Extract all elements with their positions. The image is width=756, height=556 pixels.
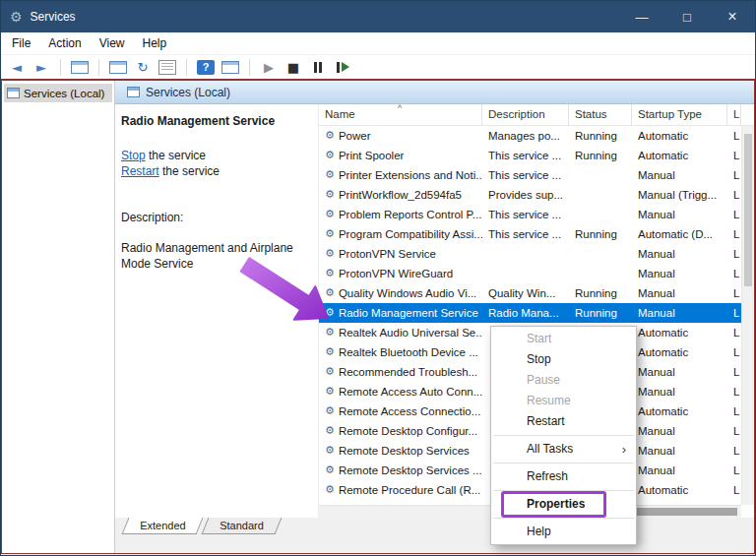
pause-service-button[interactable] [309,58,327,76]
menu-action[interactable]: Action [39,32,90,54]
tab-standard[interactable]: Standard [202,518,283,534]
service-name-cell: ⚙Remote Desktop Services [319,441,482,461]
stop-service-button[interactable]: ■ [284,58,302,76]
service-row[interactable]: ⚙Radio Management ServiceRadio Mana...Ru… [319,303,741,323]
help-button[interactable]: ? [197,60,215,75]
column-header-startup-type[interactable]: Startup Type [632,104,727,125]
properties-button[interactable] [109,61,127,74]
service-row[interactable]: ⚙PrintWorkflow_2d594fa5Provides sup...Ma… [319,185,741,205]
service-name: Printer Extensions and Noti... [339,165,482,185]
console-window-icon [7,88,20,98]
service-gear-icon: ⚙ [325,126,335,146]
context-menu-item-refresh[interactable]: Refresh [491,466,636,487]
service-logon-cell: L [727,205,741,224]
service-name: Radio Management Service [339,303,478,323]
show-console-tree-button[interactable] [71,61,89,74]
service-name-cell: ⚙Radio Management Service [319,303,482,323]
context-menu-item-help[interactable]: Help [491,522,636,542]
services-banner: Services (Local) [115,81,754,104]
restart-service-link[interactable]: Restart [121,164,159,178]
column-header-name[interactable]: Name^ [319,104,482,125]
service-status-cell [569,205,632,224]
service-gear-icon: ⚙ [325,362,335,382]
stop-service-link[interactable]: Stop [121,149,146,162]
service-logon-cell: L [727,146,741,165]
context-menu-item-resume: Resume [491,391,636,411]
service-startup-cell: Manual [632,264,727,283]
stop-service-row: Stop the service [121,148,310,163]
menu-help[interactable]: Help [134,32,176,54]
stop-service-suffix: the service [146,149,206,162]
service-gear-icon: ⚙ [325,146,335,165]
column-header-status[interactable]: Status [569,104,632,125]
restart-service-button[interactable] [334,58,351,76]
service-logon-cell: L [727,441,741,461]
service-status-cell [569,165,632,185]
description-label: Description: [121,211,310,224]
service-description-cell: Provides sup... [482,185,569,205]
tab-extended[interactable]: Extended [122,518,204,534]
refresh-button[interactable]: ↻ [134,58,152,76]
forward-button[interactable]: ► [32,58,50,76]
vertical-scrollbar[interactable] [741,126,754,505]
service-row[interactable]: ⚙Printer Extensions and Noti...This serv… [319,165,741,185]
service-name: Remote Desktop Services ... [339,461,482,480]
service-startup-cell: Manual [632,303,727,323]
context-menu-item-start: Start [491,329,636,349]
banner-title: Services (Local) [146,86,230,99]
service-logon-cell: L [727,402,741,421]
back-button[interactable]: ◄ [8,58,26,76]
tree-item-services-local[interactable]: Services (Local) [4,84,112,102]
service-name: Quality Windows Audio Vi... [339,283,476,303]
service-logon-cell: L [727,165,741,185]
service-name: Program Compatibility Assi... [339,224,482,244]
service-row[interactable]: ⚙Quality Windows Audio Vi...Quality Win.… [319,283,741,303]
service-name: PrintWorkflow_2d594fa5 [339,185,462,205]
context-menu-item-stop[interactable]: Stop [491,349,636,370]
menu-file[interactable]: File [3,32,39,54]
close-button[interactable]: × [710,1,755,32]
main-pane: Services (Local) Radio Management Servic… [115,81,754,553]
service-row[interactable]: ⚙PowerManages po...RunningAutomaticL [319,126,741,146]
service-name-cell: ⚙Print Spooler [319,146,482,165]
service-description-cell: This service ... [482,224,569,244]
service-gear-icon: ⚙ [325,441,335,461]
context-menu-item-all-tasks[interactable]: All Tasks› [491,439,636,460]
toolbar-separator [98,59,99,76]
service-name: Power [339,126,371,146]
column-header-description[interactable]: Description [482,104,569,125]
service-row[interactable]: ⚙Program Compatibility Assi...This servi… [319,224,741,244]
service-name: ProtonVPN WireGuard [339,264,453,283]
column-header-log-on-as[interactable]: L [727,104,741,125]
service-startup-cell: Manual (Trigg... [632,185,727,205]
sort-indicator-icon: ^ [398,104,402,119]
context-menu-item-restart[interactable]: Restart [491,411,636,432]
menu-separator [493,490,634,491]
service-name-cell: ⚙Recommended Troublesh... [319,362,482,382]
service-name-cell: ⚙Realtek Audio Universal Se... [319,323,482,342]
start-service-button[interactable]: ▶ [260,58,278,76]
service-name-cell: ⚙Quality Windows Audio Vi... [319,283,482,303]
service-name: Recommended Troublesh... [339,362,477,382]
service-status-cell: Running [569,283,632,303]
service-gear-icon: ⚙ [325,185,335,205]
service-row[interactable]: ⚙Problem Reports Control P...This servic… [319,205,741,224]
export-list-button[interactable] [158,60,176,75]
menu-view[interactable]: View [91,32,134,54]
service-description-cell: Manages po... [482,126,569,146]
service-row[interactable]: ⚙ProtonVPN ServiceManualL [319,244,741,264]
service-row[interactable]: ⚙ProtonVPN WireGuardManualL [319,264,741,283]
show-extended-view-button[interactable] [221,61,239,74]
service-status-cell: Running [569,146,632,165]
service-gear-icon: ⚙ [325,264,335,283]
service-row[interactable]: ⚙Print SpoolerThis service ...RunningAut… [319,146,741,165]
context-menu-item-properties[interactable]: Properties [491,494,636,515]
service-gear-icon: ⚙ [325,244,335,264]
view-tabs: ExtendedStandard [115,518,754,537]
service-logon-cell: L [727,283,741,303]
minimize-button[interactable]: — [619,1,664,32]
service-gear-icon: ⚙ [325,342,335,362]
vertical-scrollbar-thumb[interactable] [744,134,752,286]
service-description-cell: Quality Win... [482,283,569,303]
maximize-button[interactable]: □ [664,1,710,32]
